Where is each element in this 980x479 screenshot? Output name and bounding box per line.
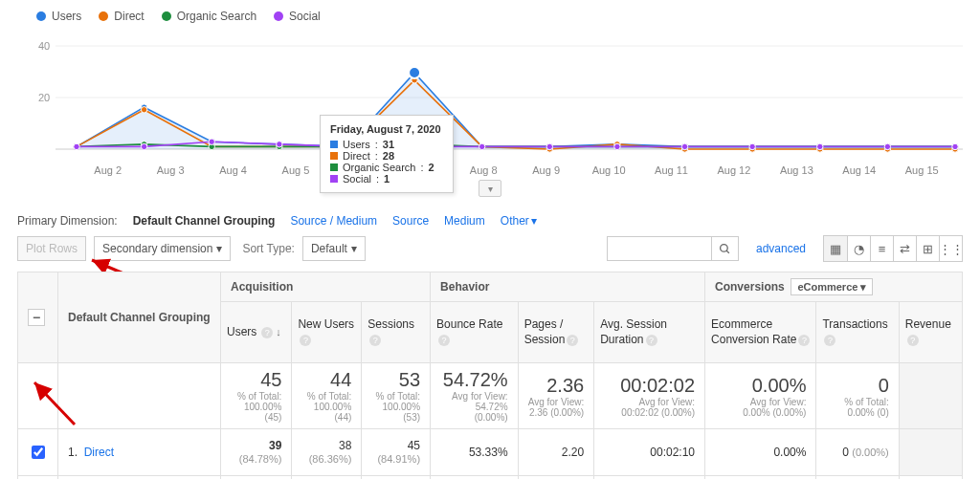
col-new-users[interactable]: New Users? <box>292 302 362 363</box>
svg-point-48 <box>277 142 282 147</box>
secondary-dimension-button[interactable]: Secondary dimension▾ <box>94 236 231 261</box>
line-chart[interactable]: 40 20 Friday, August 7, 2020 Users: 31 D… <box>17 29 963 155</box>
view-compare-icon[interactable]: ⇄ <box>893 236 916 261</box>
chevron-down-icon: ▾ <box>216 242 222 255</box>
svg-point-45 <box>74 143 79 149</box>
x-axis: Aug 2Aug 3Aug 4Aug 5Aug 6Aug 7Aug 8Aug 9… <box>17 164 963 176</box>
sort-type-button[interactable]: Default▾ <box>302 236 366 261</box>
svg-point-54 <box>681 143 687 149</box>
group-acquisition: Acquisition <box>221 272 431 302</box>
dim-other[interactable]: Other▾ <box>501 214 537 228</box>
col-trans[interactable]: Transactions? <box>816 302 899 363</box>
dimension-active[interactable]: Default Channel Grouping <box>133 214 276 228</box>
svg-point-55 <box>749 143 755 149</box>
chart-svg <box>17 29 963 153</box>
advanced-link[interactable]: advanced <box>756 242 806 255</box>
chart-tooltip: Friday, August 7, 2020 Users: 31 Direct:… <box>320 115 454 193</box>
view-table-icon[interactable]: ▦ <box>824 236 847 261</box>
help-icon[interactable]: ? <box>646 335 657 346</box>
table-row: 1. Direct 39 (84.78%) 38 (86.36%) 45 (84… <box>18 429 963 476</box>
col-rev[interactable]: Revenue? <box>899 302 962 363</box>
table-search <box>607 236 739 261</box>
svg-point-51 <box>479 143 484 149</box>
svg-point-56 <box>817 143 823 149</box>
svg-point-46 <box>141 143 146 149</box>
chart-legend: Users Direct Organic Search Social <box>17 10 963 23</box>
help-icon[interactable]: ? <box>567 335 578 346</box>
row-checkbox[interactable] <box>32 446 45 459</box>
help-icon[interactable]: ? <box>798 335 810 346</box>
search-input[interactable] <box>607 236 712 261</box>
col-users[interactable]: Users?↓ <box>221 302 292 363</box>
col-sessions[interactable]: Sessions? <box>362 302 431 363</box>
svg-point-57 <box>884 143 890 149</box>
group-behavior: Behavior <box>431 272 705 302</box>
collapse-handle-icon[interactable]: ▾ <box>479 180 501 197</box>
conversions-select[interactable]: eCommerce ▾ <box>791 278 873 295</box>
dim-medium[interactable]: Medium <box>444 214 485 228</box>
chevron-down-icon: ▾ <box>351 242 357 255</box>
view-cloud-icon[interactable]: ⋮⋮ <box>939 236 962 261</box>
col-ecr[interactable]: Ecommerce Conversion Rate? <box>705 302 816 363</box>
help-icon[interactable]: ? <box>907 335 919 346</box>
collapse-button[interactable]: − <box>28 309 45 326</box>
totals-row: 45% of Total:100.00% (45) 44% of Total:1… <box>18 363 963 429</box>
svg-point-60 <box>721 244 728 251</box>
svg-point-58 <box>952 143 958 149</box>
help-icon[interactable]: ? <box>438 335 450 346</box>
y-tick-20: 20 <box>38 92 50 103</box>
svg-point-47 <box>209 139 214 144</box>
group-conversions: Conversions eCommerce ▾ <box>705 272 963 302</box>
sort-down-icon: ↓ <box>276 325 281 338</box>
svg-point-59 <box>409 67 420 78</box>
col-dimension[interactable]: Default Channel Grouping <box>58 272 221 363</box>
svg-point-52 <box>546 143 552 149</box>
table-row: 2. Organic Search 4 (8.70%) 3 (6.82%) 5 … <box>18 476 963 480</box>
plot-rows-button[interactable]: Plot Rows <box>17 236 86 261</box>
view-bars-icon[interactable]: ≡ <box>870 236 893 261</box>
dimension-bar: Primary Dimension: Default Channel Group… <box>17 214 963 228</box>
legend-users[interactable]: Users <box>36 10 81 23</box>
row-link[interactable]: Direct <box>84 446 114 459</box>
view-pivot-icon[interactable]: ⊞ <box>916 236 939 261</box>
legend-direct[interactable]: Direct <box>99 10 144 23</box>
help-icon[interactable]: ? <box>261 327 273 338</box>
help-icon[interactable]: ? <box>824 335 835 346</box>
chevron-down-icon: ▾ <box>531 214 537 228</box>
col-pps[interactable]: Pages / Session? <box>518 302 594 363</box>
y-tick-40: 40 <box>38 40 50 52</box>
svg-point-53 <box>614 143 620 149</box>
col-dur[interactable]: Avg. Session Duration? <box>594 302 705 363</box>
search-icon <box>719 243 731 255</box>
col-bounce[interactable]: Bounce Rate? <box>431 302 519 363</box>
data-table: − Default Channel Grouping Acquisition B… <box>17 272 963 479</box>
view-switcher: ▦ ◔ ≡ ⇄ ⊞ ⋮⋮ <box>823 235 963 262</box>
legend-social[interactable]: Social <box>274 10 321 23</box>
view-pie-icon[interactable]: ◔ <box>847 236 870 261</box>
legend-organic[interactable]: Organic Search <box>162 10 256 23</box>
sort-label: Sort Type: <box>242 242 294 255</box>
help-icon[interactable]: ? <box>369 335 381 346</box>
tooltip-title: Friday, August 7, 2020 <box>330 123 443 135</box>
table-toolbar: Plot Rows Secondary dimension▾ Sort Type… <box>17 235 963 262</box>
dimension-label: Primary Dimension: <box>17 214 118 228</box>
help-icon[interactable]: ? <box>300 335 311 346</box>
dim-source[interactable]: Source <box>392 214 429 228</box>
svg-line-61 <box>726 250 729 253</box>
search-button[interactable] <box>712 236 739 261</box>
dim-source-medium[interactable]: Source / Medium <box>290 214 377 228</box>
svg-point-18 <box>141 107 146 113</box>
